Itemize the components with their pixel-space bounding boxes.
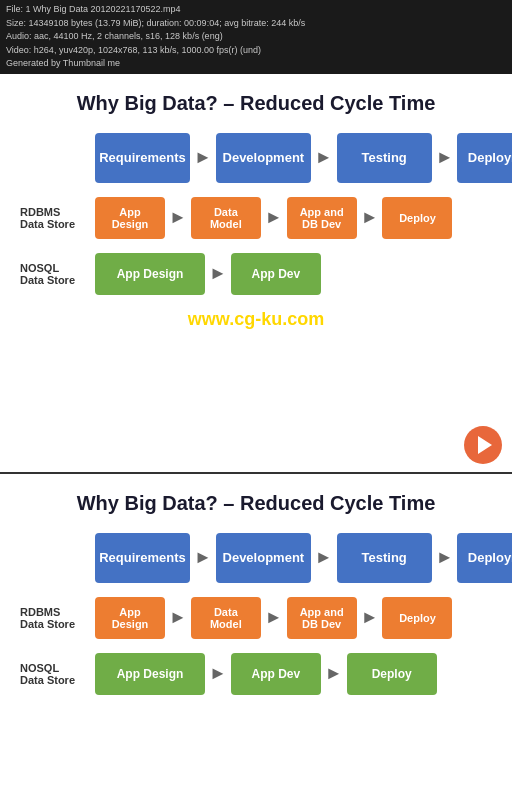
slide2-rdbms-flow: App Design ► Data Model ► App and DB Dev… (95, 597, 452, 639)
slide1-rdbms-label: RDBMS Data Store (20, 206, 95, 230)
play-icon-1 (478, 436, 492, 454)
arrow-10: ► (436, 547, 454, 568)
arrow-6: ► (361, 207, 379, 228)
arrow-7: ► (209, 263, 227, 284)
slide2-nosql-flow: App Design ► App Dev ► Deploy (95, 653, 437, 695)
box-testing-2: Testing (337, 533, 432, 583)
slide2-rdbms-row: RDBMS Data Store App Design ► Data Model… (0, 597, 512, 639)
box-app-db-dev-2: App and DB Dev (287, 597, 357, 639)
box-data-model-2: Data Model (191, 597, 261, 639)
slide1-nosql-row: NOSQL Data Store App Design ► App Dev (0, 253, 512, 295)
arrow-14: ► (209, 663, 227, 684)
pluralsight-badge-1 (464, 426, 502, 464)
slide2-nosql-label: NOSQL Data Store (20, 662, 95, 686)
arrow-9: ► (315, 547, 333, 568)
slide1-rdbms-row: RDBMS Data Store App Design ► Data Model… (0, 197, 512, 239)
slide1-main-flow: Requirements ► Development ► Testing ► D… (95, 133, 512, 183)
box-deploy-2: Deploy (382, 597, 452, 639)
box-testing: Testing (337, 133, 432, 183)
box-app-design-2: App Design (95, 597, 165, 639)
box-app-design-nosql-2: App Design (95, 653, 205, 695)
box-deploy-nosql-2: Deploy (347, 653, 437, 695)
box-app-dev-nosql-1: App Dev (231, 253, 321, 295)
slide1-main-row: Requirements ► Development ► Testing ► D… (0, 133, 512, 183)
slide-2: Why Big Data? – Reduced Cycle Time Requi… (0, 472, 512, 811)
arrow-4: ► (169, 207, 187, 228)
watermark: www.cg-ku.com (0, 301, 512, 334)
box-development: Development (216, 133, 311, 183)
slide2-nosql-row: NOSQL Data Store App Design ► App Dev ► … (0, 653, 512, 695)
slide1-nosql-label: NOSQL Data Store (20, 262, 95, 286)
slide1-rdbms-flow: App Design ► Data Model ► App and DB Dev… (95, 197, 452, 239)
slide2-main-row: Requirements ► Development ► Testing ► D… (0, 533, 512, 583)
arrow-1: ► (194, 147, 212, 168)
slide-1: Why Big Data? – Reduced Cycle Time Requi… (0, 74, 512, 472)
box-requirements: Requirements (95, 133, 190, 183)
box-app-design-nosql-1: App Design (95, 253, 205, 295)
arrow-15: ► (325, 663, 343, 684)
slide-1-title: Why Big Data? – Reduced Cycle Time (0, 74, 512, 125)
box-app-dev-nosql-2: App Dev (231, 653, 321, 695)
box-deploy-1: Deploy (382, 197, 452, 239)
arrow-11: ► (169, 607, 187, 628)
arrow-2: ► (315, 147, 333, 168)
arrow-3: ► (436, 147, 454, 168)
box-development-2: Development (216, 533, 311, 583)
slide1-nosql-flow: App Design ► App Dev (95, 253, 321, 295)
box-requirements-2: Requirements (95, 533, 190, 583)
arrow-8: ► (194, 547, 212, 568)
box-deployment-2: Deployment (457, 533, 512, 583)
slide2-rdbms-label: RDBMS Data Store (20, 606, 95, 630)
arrow-13: ► (361, 607, 379, 628)
arrow-12: ► (265, 607, 283, 628)
box-app-db-dev-1: App and DB Dev (287, 197, 357, 239)
slide2-main-flow: Requirements ► Development ► Testing ► D… (95, 533, 512, 583)
slide-2-title: Why Big Data? – Reduced Cycle Time (0, 474, 512, 525)
box-app-design-1: App Design (95, 197, 165, 239)
box-data-model-1: Data Model (191, 197, 261, 239)
arrow-5: ► (265, 207, 283, 228)
box-deployment: Deployment (457, 133, 512, 183)
top-bar: File: 1 Why Big Data 20120221170522.mp4 … (0, 0, 512, 74)
